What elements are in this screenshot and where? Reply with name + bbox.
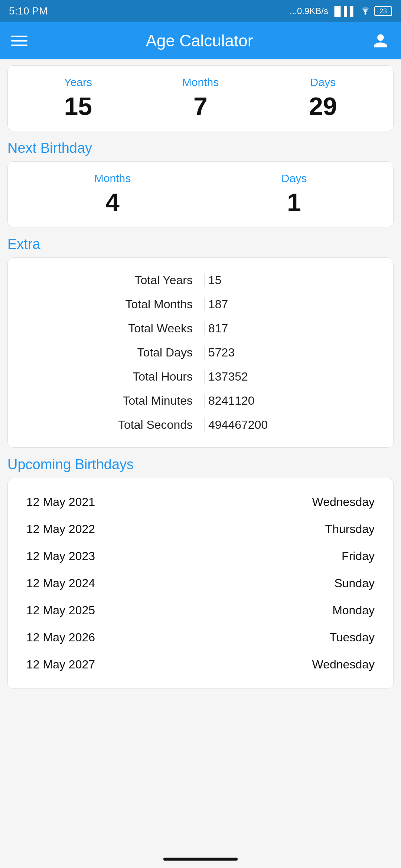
status-time: 5:10 PM bbox=[9, 5, 48, 17]
home-indicator bbox=[163, 858, 238, 861]
nb-months-value: 4 bbox=[105, 188, 120, 217]
profile-button[interactable] bbox=[371, 32, 390, 50]
next-birthday-card: Months 4 Days 1 bbox=[7, 161, 394, 227]
upcoming-date: 12 May 2021 bbox=[26, 495, 95, 509]
upcoming-date: 12 May 2026 bbox=[26, 631, 95, 644]
days-label: Days bbox=[310, 76, 336, 89]
next-birthday-title: Next Birthday bbox=[7, 140, 394, 156]
upcoming-row: 12 May 2024 Sunday bbox=[19, 570, 382, 597]
extra-row: Total Weeks 817 bbox=[19, 316, 382, 341]
extra-value: 15 bbox=[205, 273, 378, 287]
extra-key: Total Months bbox=[23, 297, 204, 311]
upcoming-row: 12 May 2026 Tuesday bbox=[19, 624, 382, 651]
upcoming-row: 12 May 2022 Thursday bbox=[19, 516, 382, 543]
extra-key: Total Days bbox=[23, 346, 204, 359]
upcoming-day: Monday bbox=[332, 604, 375, 617]
months-col: Months 7 bbox=[182, 76, 219, 121]
extra-title: Extra bbox=[7, 236, 394, 252]
extra-key: Total Years bbox=[23, 273, 204, 287]
extra-value: 187 bbox=[205, 297, 378, 311]
extra-row: Total Years 15 bbox=[19, 268, 382, 292]
nb-months-col: Months 4 bbox=[94, 172, 131, 217]
upcoming-date: 12 May 2025 bbox=[26, 604, 95, 617]
extra-row: Total Months 187 bbox=[19, 292, 382, 316]
days-value: 29 bbox=[309, 92, 337, 121]
extra-value: 5723 bbox=[205, 346, 378, 359]
upcoming-title: Upcoming Birthdays bbox=[7, 457, 394, 473]
years-value: 15 bbox=[64, 92, 92, 121]
extra-row: Total Minutes 8241120 bbox=[19, 389, 382, 413]
upcoming-day: Wednesday bbox=[312, 658, 375, 671]
months-label: Months bbox=[182, 76, 219, 89]
upcoming-row: 12 May 2021 Wednesday bbox=[19, 489, 382, 516]
upcoming-row: 12 May 2027 Wednesday bbox=[19, 651, 382, 678]
birthday-row: Months 4 Days 1 bbox=[19, 172, 382, 217]
upcoming-day: Thursday bbox=[325, 522, 375, 536]
nb-days-col: Days 1 bbox=[281, 172, 307, 217]
extra-table: Total Years 15 Total Months 187 Total We… bbox=[19, 268, 382, 437]
age-card: Years 15 Months 7 Days 29 bbox=[7, 65, 394, 131]
upcoming-day: Sunday bbox=[334, 576, 375, 590]
upcoming-day: Wednesday bbox=[312, 495, 375, 509]
years-label: Years bbox=[64, 76, 92, 89]
upcoming-day: Tuesday bbox=[329, 631, 375, 644]
extra-value: 817 bbox=[205, 322, 378, 335]
extra-key: Total Seconds bbox=[23, 418, 204, 432]
main-content: Years 15 Months 7 Days 29 Next Birthday … bbox=[0, 65, 401, 713]
extra-row: Total Hours 137352 bbox=[19, 365, 382, 389]
extra-key: Total Minutes bbox=[23, 394, 204, 408]
upcoming-date: 12 May 2022 bbox=[26, 522, 95, 536]
app-bar: Age Calculator bbox=[0, 22, 401, 59]
svg-point-0 bbox=[365, 13, 366, 15]
status-right: ...0.9KB/s ▐▌▌▌ 23 bbox=[290, 5, 392, 17]
wifi-icon bbox=[359, 5, 371, 17]
battery-indicator: 23 bbox=[374, 6, 392, 16]
signal-icon: ▐▌▌▌ bbox=[331, 6, 356, 16]
upcoming-date: 12 May 2023 bbox=[26, 549, 95, 563]
extra-value: 494467200 bbox=[205, 418, 378, 432]
extra-row: Total Seconds 494467200 bbox=[19, 413, 382, 437]
extra-card: Total Years 15 Total Months 187 Total We… bbox=[7, 257, 394, 448]
menu-button[interactable] bbox=[11, 36, 27, 46]
nb-days-value: 1 bbox=[287, 188, 301, 217]
years-col: Years 15 bbox=[64, 76, 92, 121]
extra-key: Total Weeks bbox=[23, 322, 204, 335]
extra-row: Total Days 5723 bbox=[19, 341, 382, 365]
extra-value: 137352 bbox=[205, 370, 378, 384]
nb-days-label: Days bbox=[281, 172, 307, 185]
network-speed: ...0.9KB/s bbox=[290, 6, 328, 16]
upcoming-card: 12 May 2021 Wednesday 12 May 2022 Thursd… bbox=[7, 478, 394, 689]
age-row: Years 15 Months 7 Days 29 bbox=[19, 76, 382, 121]
days-col: Days 29 bbox=[309, 76, 337, 121]
status-bar: 5:10 PM ...0.9KB/s ▐▌▌▌ 23 bbox=[0, 0, 401, 22]
upcoming-day: Friday bbox=[342, 549, 375, 563]
nb-months-label: Months bbox=[94, 172, 131, 185]
extra-value: 8241120 bbox=[205, 394, 378, 408]
months-value: 7 bbox=[193, 92, 208, 121]
upcoming-date: 12 May 2027 bbox=[26, 658, 95, 671]
app-title: Age Calculator bbox=[146, 32, 253, 50]
extra-key: Total Hours bbox=[23, 370, 204, 384]
upcoming-row: 12 May 2023 Friday bbox=[19, 543, 382, 570]
upcoming-date: 12 May 2024 bbox=[26, 576, 95, 590]
upcoming-row: 12 May 2025 Monday bbox=[19, 597, 382, 624]
